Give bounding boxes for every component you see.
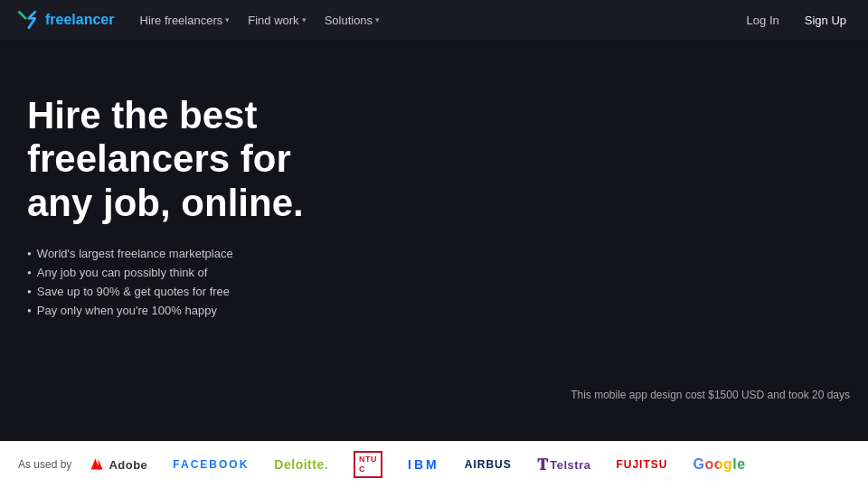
brand-telstra: 𝐓 Telstra	[537, 455, 591, 474]
telstra-t-icon: 𝐓	[537, 455, 549, 474]
hero-bullets: World's largest freelance marketplace An…	[27, 247, 868, 317]
cost-note: This mobile app design cost $1500 USD an…	[571, 389, 850, 401]
chevron-down-icon: ▾	[302, 15, 307, 24]
brand-fujitsu: FUJITSU	[616, 458, 667, 471]
brand-facebook: FACEBOOK	[173, 458, 249, 471]
as-used-by-label: As used by	[18, 458, 71, 471]
bottom-bar: As used by Adobe FACEBOOK Deloitte. NTUC…	[0, 441, 868, 488]
brand-google: Google	[693, 456, 745, 473]
bullet-2: Any job you can possibly think of	[27, 266, 868, 279]
brand-airbus: AIRBUS	[465, 458, 512, 471]
brand-adobe: Adobe	[90, 457, 147, 472]
nav-left: freelancer Hire freelancers ▾ Find work …	[14, 7, 387, 33]
signup-button[interactable]: Sign Up	[797, 10, 854, 31]
bullet-4: Pay only when you're 100% happy	[27, 304, 868, 317]
hero-section: Hire the best freelancers for any job, o…	[0, 40, 868, 419]
logo[interactable]: freelancer	[14, 7, 115, 33]
nav-find-work[interactable]: Find work ▾	[241, 10, 313, 31]
nav-links: Hire freelancers ▾ Find work ▾ Solutions…	[133, 10, 388, 31]
hero-headline: Hire the best freelancers for any job, o…	[27, 94, 316, 225]
navbar: freelancer Hire freelancers ▾ Find work …	[0, 0, 868, 40]
bullet-3: Save up to 90% & get quotes for free	[27, 285, 868, 298]
nav-solutions[interactable]: Solutions ▾	[317, 10, 387, 31]
chevron-down-icon: ▾	[375, 15, 380, 24]
bullet-1: World's largest freelance marketplace	[27, 247, 868, 260]
brand-logos: Adobe FACEBOOK Deloitte. NTUC IBM AIRBUS…	[90, 451, 850, 478]
logo-text: freelancer	[45, 12, 115, 28]
brand-deloitte: Deloitte.	[274, 457, 328, 472]
login-button[interactable]: Log In	[740, 10, 787, 31]
brand-ibm: IBM	[408, 457, 439, 472]
chevron-down-icon: ▾	[225, 15, 230, 24]
brand-ntuc: NTUC	[354, 451, 382, 478]
nav-right: Log In Sign Up	[740, 10, 854, 31]
nav-hire-freelancers[interactable]: Hire freelancers ▾	[133, 10, 238, 31]
